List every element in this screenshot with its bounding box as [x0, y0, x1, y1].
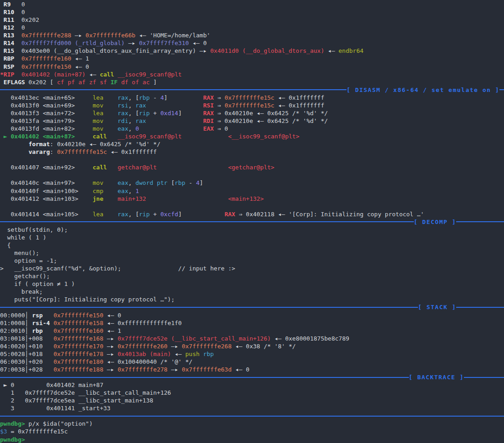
text-segment: main+132 [117, 195, 146, 202]
disasm-panel-line: 0x4013f0 <main+69> mov rsi, rax RSI ⇒ 0x… [0, 102, 504, 109]
text-segment: if ( option ≠ 1 ) [0, 280, 75, 287]
text-segment: 07:0038│+028 [0, 366, 53, 373]
text-segment: setbuf(stdin, 0); [0, 226, 68, 233]
text-segment: rax [117, 211, 128, 218]
text-segment: lea [93, 94, 103, 101]
text-segment [146, 117, 203, 124]
decomp-panel-line: while ( 1 ) [0, 234, 504, 241]
text-segment: *RIP [0, 71, 14, 78]
disasm-panel-line: 0x40140c <main+97> mov eax, dword ptr [r… [0, 179, 504, 187]
text-segment [146, 102, 203, 109]
text-segment: call [93, 133, 107, 140]
text-segment: getchar(); [0, 273, 50, 280]
text-segment: 0x4013ec <main+65> [0, 94, 93, 101]
separator-line [464, 377, 504, 378]
text-segment: 0x7ffff7ffd000 (_rtld_global) [21, 40, 125, 46]
text-segment: p/x $ida("option") [25, 420, 93, 427]
text-segment: ] [199, 179, 203, 186]
text-segment: 0x4011d0 (__do_global_dtors_aux) [210, 47, 324, 54]
text-segment [103, 117, 117, 124]
prompt-area-line: $3 = 0x7fffffffe15c [0, 428, 504, 435]
text-segment: cf pf af zf sf [57, 79, 107, 86]
text-segment [117, 79, 121, 86]
registers-panel-line: RSP 0x7fffffffe150 ◂— 0 [0, 63, 504, 71]
text-segment: ◂— [324, 47, 338, 54]
text-segment: pwndbg> [0, 436, 25, 443]
registers-panel-line: R9 0 [0, 0, 504, 8]
prompt-area[interactable]: pwndbg> p/x $ida("option")$3 = 0x7ffffff… [0, 420, 504, 443]
text-segment: mov [93, 102, 103, 109]
text-segment: 0x7fffffffe150 [21, 63, 71, 70]
text-segment [75, 133, 92, 140]
text-segment: RDI [203, 117, 214, 124]
text-segment: 0x7fffffffe158 [53, 320, 103, 326]
separator-line [0, 377, 409, 378]
registers-panel-line: R14 0x7ffff7ffd000 (_rtld_global) —▸ 0x7… [0, 39, 504, 47]
text-segment: , [128, 179, 136, 186]
text-segment: R14 [0, 40, 14, 46]
stack-panel-line: 05:0028│+018 0x7fffffffe178 —▸ 0x4013ab … [0, 350, 504, 358]
text-segment: ◂— 0x1fffffff [107, 148, 157, 155]
text-segment: 04:0020│+010 [0, 343, 53, 350]
text-segment: ⇒ 0x402118 ◂— '[Corp]: Initializing copy… [235, 211, 424, 218]
separator-line [0, 221, 414, 222]
text-segment: cmp [93, 188, 103, 194]
text-segment: ◂— 0x1fffffff [275, 94, 325, 101]
text-segment: RAX [203, 94, 214, 101]
text-segment [107, 133, 117, 140]
text-segment: RSI [203, 102, 214, 109]
separator-line [456, 221, 504, 222]
text-segment: 0x202 [ [25, 79, 57, 86]
text-segment: df of ac [121, 79, 150, 86]
text-segment: call [93, 164, 107, 171]
text-segment: ► 0x401402 <main+87> [0, 133, 75, 140]
text-segment: option = -1; [0, 257, 57, 264]
text-segment: —▸ [125, 40, 139, 46]
text-segment: , [128, 188, 136, 194]
text-segment: 3 0x401141 _start+33 [0, 405, 111, 412]
text-segment: rax [135, 102, 146, 109]
text-segment: , [128, 102, 136, 109]
text-segment: rip [139, 211, 149, 218]
text-segment: 0x7fffffffe63d [182, 366, 232, 373]
stack-panel: 00:0000│ rsp 0x7fffffffe150 ◂— 001:0008│… [0, 311, 504, 374]
registers-panel-line: R13 0x7fffffffe288 —▸ 0x7fffffffe66b ◂— … [0, 31, 504, 39]
text-segment: rax [117, 94, 128, 101]
text-segment: 0x4013fd <main+82> [0, 125, 93, 132]
registers-panel-line: *RIP 0x401402 (main+87) ◂— call __isoc99… [0, 71, 504, 78]
text-segment: ◂— 'HOME=/home/lamb' [135, 32, 210, 39]
text-segment [43, 327, 53, 334]
disasm-panel-line: 0x401412 <main+103> jne main+132 <main+1… [0, 195, 504, 203]
text-segment: —▸ [103, 335, 117, 342]
text-segment: R10 [0, 9, 14, 15]
decomp-panel-line: { [0, 241, 504, 249]
text-segment: puts("[Corp]: Initializing copy protocol… [0, 296, 175, 303]
text-segment: 0x7fffffffe178 [53, 351, 103, 357]
disasm-panel-line [0, 203, 504, 210]
text-segment: push [185, 351, 199, 357]
text-segment: 0xcfd [160, 211, 178, 218]
text-segment: mov [93, 117, 103, 124]
text-segment: rdi [117, 117, 128, 124]
text-segment: 0xd14 [160, 110, 178, 117]
text-segment: ] [164, 94, 203, 101]
text-segment: 05:0028│+018 [0, 351, 53, 357]
separator-line [0, 416, 504, 417]
text-segment: - [185, 179, 196, 186]
text-segment: $3 [0, 428, 7, 435]
text-segment: —▸ [103, 343, 117, 350]
text-segment: lea [93, 211, 103, 218]
text-segment: R9 [0, 1, 10, 8]
text-segment: call [100, 71, 114, 78]
disasm-section-title: [ DISASM / x86-64 / set emulate on ] [346, 87, 499, 93]
text-segment: ◂— 0x100400040 /* '@' */ [103, 358, 193, 365]
text-segment: > __isoc99_scanf("%d", &option); // inpu… [0, 265, 235, 272]
registers-panel-line: RBP 0x7fffffffe160 ◂— 1 [0, 55, 504, 62]
text-segment: , [128, 125, 136, 132]
text-segment: eax [117, 179, 128, 186]
text-segment [182, 133, 228, 140]
decomp-panel: setbuf(stdin, 0); while ( 1 ) { menu(); … [0, 226, 504, 304]
decomp-panel-line: menu(); [0, 249, 504, 257]
text-segment: mov [93, 179, 103, 186]
registers-panel-line: R11 0x202 [0, 16, 504, 24]
